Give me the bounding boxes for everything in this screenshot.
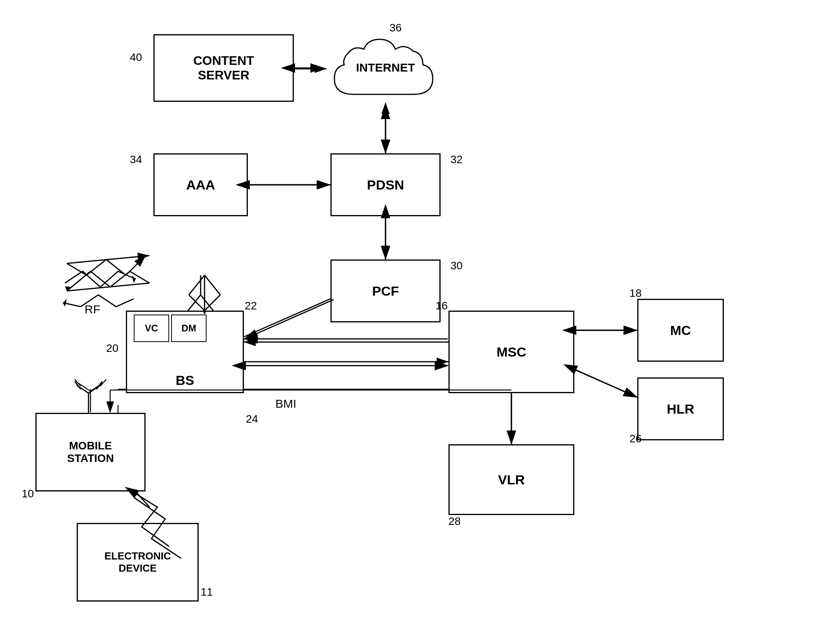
aaa-box: AAA <box>153 153 248 216</box>
diagram: CONTENT SERVER INTERNET AAA PDSN PCF BS … <box>0 0 832 644</box>
mobile-antenna-svg <box>73 377 104 417</box>
svg-marker-47 <box>63 299 67 307</box>
svg-line-38 <box>245 300 334 339</box>
msc-box: MSC <box>448 311 574 393</box>
internet-label: INTERNET <box>323 61 448 74</box>
bmi-label: BMI <box>275 397 296 410</box>
pdsn-label: PDSN <box>367 177 404 193</box>
id-msc: 16 <box>435 300 448 312</box>
bmi-num-label: 24 <box>246 413 258 425</box>
pdsn-box: PDSN <box>330 153 441 216</box>
pcf-label: PCF <box>372 283 399 299</box>
svg-line-24 <box>75 381 81 389</box>
mobile-station-box: MOBILE STATION <box>35 413 146 491</box>
svg-line-18 <box>67 283 149 291</box>
bs-label: BS <box>175 373 194 388</box>
id-mobile-station: 10 <box>22 488 34 500</box>
svg-line-11 <box>574 370 637 397</box>
msc-label: MSC <box>496 344 526 360</box>
rf-label: RF <box>85 303 100 316</box>
id-bs: 20 <box>106 342 118 355</box>
id-vlr: 28 <box>448 515 461 528</box>
electronic-device-label: ELECTRONIC DEVICE <box>105 550 171 574</box>
mc-box: MC <box>637 299 724 362</box>
id-hlr: 26 <box>629 432 642 445</box>
id-aaa: 34 <box>130 153 142 166</box>
id-pcf: 30 <box>450 259 463 272</box>
svg-line-42 <box>575 370 636 397</box>
id-internet: 36 <box>389 22 402 34</box>
vlr-box: VLR <box>448 444 574 515</box>
svg-line-17 <box>67 256 149 263</box>
dm-box: DM <box>171 315 207 342</box>
dm-label: DM <box>181 323 196 334</box>
internet-cloud: INTERNET <box>323 24 448 118</box>
electronic-device-box: ELECTRONIC DEVICE <box>77 523 199 602</box>
hlr-box: HLR <box>637 377 724 440</box>
vlr-label: VLR <box>498 472 525 488</box>
id-mc: 18 <box>629 287 642 300</box>
aaa-label: AAA <box>186 177 215 193</box>
mc-label: MC <box>670 323 691 338</box>
hlr-label: HLR <box>667 401 694 417</box>
vc-box: VC <box>134 315 169 342</box>
pcf-box: PCF <box>330 259 441 322</box>
id-bs-22: 22 <box>245 300 257 312</box>
rf-arrows-svg <box>63 252 165 299</box>
vc-label: VC <box>145 323 158 334</box>
svg-line-25 <box>96 381 102 389</box>
id-pdsn: 32 <box>450 153 463 166</box>
content-server-label: CONTENT SERVER <box>193 53 254 83</box>
id-content-server: 40 <box>130 51 142 64</box>
id-electronic-device: 11 <box>201 586 213 598</box>
mobile-station-label: MOBILE STATION <box>67 440 114 465</box>
content-server-box: CONTENT SERVER <box>153 34 294 102</box>
